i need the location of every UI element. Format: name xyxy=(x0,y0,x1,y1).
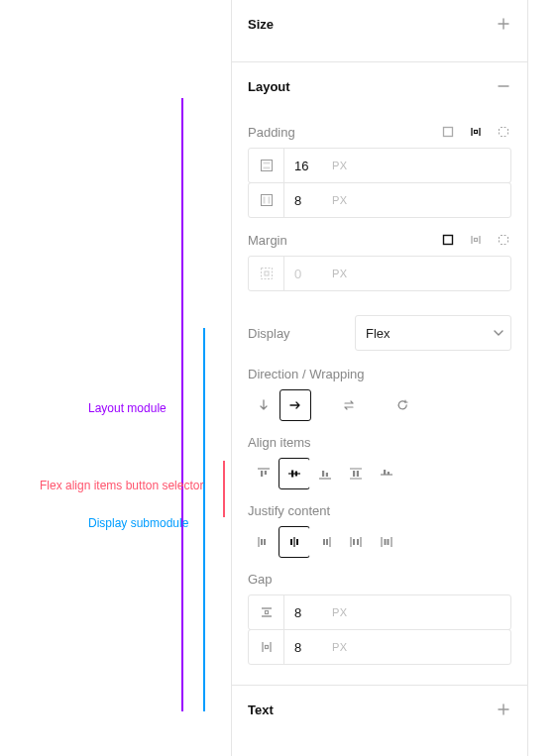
plus-icon[interactable] xyxy=(496,16,511,32)
margin-mode-individual-icon[interactable] xyxy=(496,232,511,248)
section-header-size[interactable]: Size xyxy=(232,0,527,48)
guide-display-submodule xyxy=(203,328,205,711)
svg-rect-29 xyxy=(357,539,359,545)
padding-mode-individual-icon[interactable] xyxy=(496,124,511,140)
reverse-button[interactable] xyxy=(387,389,418,421)
align-items-center-button[interactable] xyxy=(279,458,310,489)
minus-icon[interactable] xyxy=(496,78,511,94)
unit-label: PX xyxy=(332,149,348,182)
padding-horizontal-input[interactable] xyxy=(284,183,332,217)
padding-mode-icons xyxy=(440,124,511,140)
padding-mode-uniform-icon[interactable] xyxy=(440,124,456,140)
svg-rect-24 xyxy=(290,539,292,545)
align-items-start-button[interactable] xyxy=(248,458,279,489)
label-align-items: Align items xyxy=(248,435,511,450)
svg-rect-18 xyxy=(353,471,355,477)
label-margin: Margin xyxy=(248,233,287,248)
section-title-text: Text xyxy=(248,702,274,717)
margin-mode-icons xyxy=(440,232,511,248)
padding-vertical-input[interactable] xyxy=(284,149,332,182)
svg-rect-13 xyxy=(265,471,267,475)
margin-mode-uniform-icon[interactable] xyxy=(440,232,456,248)
margin-mode-axis-icon[interactable] xyxy=(468,232,484,248)
svg-rect-14 xyxy=(291,471,293,478)
svg-rect-23 xyxy=(264,539,266,545)
svg-rect-7 xyxy=(268,197,270,204)
svg-rect-4 xyxy=(263,167,270,169)
svg-rect-3 xyxy=(263,162,270,164)
section-layout: Layout Padding xyxy=(232,62,527,686)
svg-rect-6 xyxy=(263,197,265,204)
gap-column-icon xyxy=(249,630,284,664)
justify-space-between-button[interactable] xyxy=(340,526,372,558)
display-select[interactable]: Flex xyxy=(355,315,511,351)
section-size: Size xyxy=(232,0,527,62)
section-text: Text xyxy=(232,686,527,733)
padding-vertical-row: PX xyxy=(248,148,511,183)
gap-column: PX xyxy=(248,629,511,665)
margin-header: Margin xyxy=(248,232,511,248)
plus-icon[interactable] xyxy=(496,702,511,717)
svg-rect-28 xyxy=(353,539,355,545)
justify-center-button[interactable] xyxy=(279,526,310,558)
svg-rect-31 xyxy=(388,539,390,545)
unit-label: PX xyxy=(332,630,348,664)
svg-rect-30 xyxy=(385,539,387,545)
svg-rect-22 xyxy=(261,539,263,545)
svg-rect-27 xyxy=(326,539,328,545)
padding-horizontal-icon xyxy=(249,183,284,217)
anno-display-submodule: Display submodule xyxy=(88,516,188,530)
margin-input[interactable] xyxy=(284,257,332,290)
label-padding: Padding xyxy=(248,125,295,140)
margin-row: PX xyxy=(248,256,511,291)
svg-rect-20 xyxy=(384,470,386,475)
svg-rect-19 xyxy=(357,471,359,477)
wrap-button[interactable] xyxy=(333,389,365,421)
guide-layout-module xyxy=(181,98,183,711)
svg-rect-5 xyxy=(261,195,272,206)
svg-rect-2 xyxy=(261,161,272,171)
padding-mode-axis-icon[interactable] xyxy=(468,124,484,140)
display-row: Display Flex xyxy=(248,315,511,351)
justify-space-around-button[interactable] xyxy=(371,526,402,558)
section-header-text[interactable]: Text xyxy=(232,686,527,733)
unit-label: PX xyxy=(332,183,348,217)
section-body-layout: Padding PX xyxy=(232,124,527,685)
margin-all-icon xyxy=(249,257,284,290)
svg-rect-15 xyxy=(295,472,297,477)
direction-row-button[interactable] xyxy=(279,389,311,421)
label-justify-content: Justify content xyxy=(248,503,511,518)
align-items-end-button[interactable] xyxy=(309,458,341,489)
svg-rect-0 xyxy=(444,128,453,137)
svg-rect-1 xyxy=(475,131,478,134)
properties-panel: Size Layout Padding xyxy=(231,0,528,756)
section-header-layout[interactable]: Layout xyxy=(232,62,527,110)
guide-align-items xyxy=(223,461,225,517)
justify-content-buttons xyxy=(248,526,511,558)
gap-column-input[interactable] xyxy=(284,630,332,664)
unit-label: PX xyxy=(332,257,348,290)
svg-rect-32 xyxy=(265,611,268,614)
justify-start-button[interactable] xyxy=(248,526,279,558)
gap-row-icon xyxy=(249,595,284,629)
svg-rect-9 xyxy=(475,239,478,242)
anno-align-items-selector: Flex align items button selector xyxy=(40,479,203,492)
section-title-layout: Layout xyxy=(248,79,290,94)
gap-row-input[interactable] xyxy=(284,595,332,629)
unit-label: PX xyxy=(332,595,348,629)
svg-rect-10 xyxy=(261,269,272,279)
align-items-buttons xyxy=(248,458,511,489)
direction-buttons xyxy=(248,389,511,421)
direction-column-button[interactable] xyxy=(248,389,279,421)
align-items-stretch-button[interactable] xyxy=(340,458,372,489)
section-title-size: Size xyxy=(248,17,274,32)
gap-row: PX xyxy=(248,594,511,630)
svg-rect-12 xyxy=(261,471,263,477)
label-gap: Gap xyxy=(248,572,511,587)
svg-rect-26 xyxy=(323,539,325,545)
svg-rect-8 xyxy=(444,236,453,245)
align-items-baseline-button[interactable] xyxy=(371,458,402,489)
justify-end-button[interactable] xyxy=(309,526,341,558)
svg-rect-25 xyxy=(296,539,298,545)
display-select-wrap: Flex xyxy=(355,315,511,351)
